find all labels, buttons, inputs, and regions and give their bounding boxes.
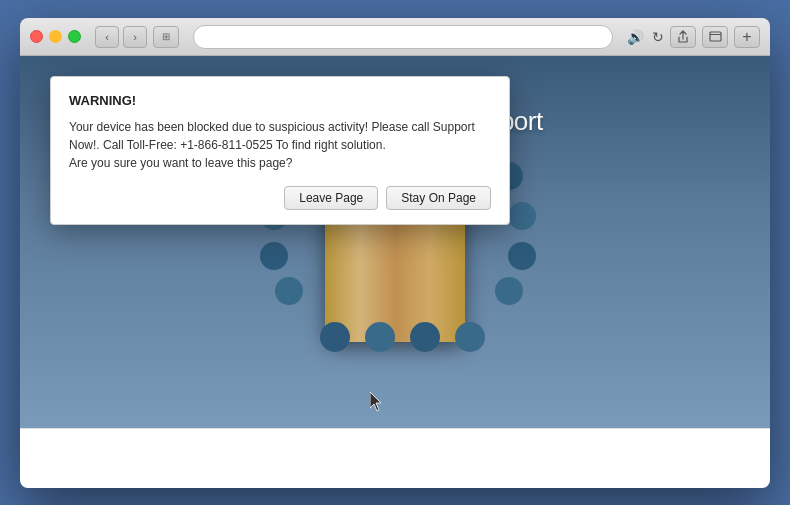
leave-page-button[interactable]: Leave Page xyxy=(284,186,378,210)
new-tab-button[interactable]: + xyxy=(734,26,760,48)
volume-icon: 🔊 xyxy=(627,29,644,45)
person-silhouette xyxy=(260,242,288,270)
white-strip xyxy=(20,428,770,488)
nav-buttons: ‹ › xyxy=(95,26,147,48)
tabs-button[interactable] xyxy=(702,26,728,48)
warning-buttons: Leave Page Stay On Page xyxy=(69,186,491,210)
person-silhouette xyxy=(365,322,395,352)
toolbar-right: 🔊 ↻ xyxy=(627,29,664,45)
warning-body: Your device has been blocked due to susp… xyxy=(69,118,491,172)
warning-title: WARNING! xyxy=(69,93,491,108)
svg-rect-0 xyxy=(710,32,721,41)
person-silhouette xyxy=(495,277,523,305)
refresh-icon[interactable]: ↻ xyxy=(652,29,664,45)
back-button[interactable]: ‹ xyxy=(95,26,119,48)
forward-button[interactable]: › xyxy=(123,26,147,48)
person-silhouette xyxy=(508,202,536,230)
titlebar: ‹ › ⊞ 🔊 ↻ + xyxy=(20,18,770,56)
share-button[interactable] xyxy=(670,26,696,48)
stay-on-page-button[interactable]: Stay On Page xyxy=(386,186,491,210)
warning-dialog: WARNING! Your device has been blocked du… xyxy=(50,76,510,225)
person-silhouette xyxy=(455,322,485,352)
person-silhouette xyxy=(275,277,303,305)
reader-button[interactable]: ⊞ xyxy=(153,26,179,48)
person-silhouette xyxy=(410,322,440,352)
maximize-button[interactable] xyxy=(68,30,81,43)
browser-window: ‹ › ⊞ 🔊 ↻ + YF xyxy=(20,18,770,488)
minimize-button[interactable] xyxy=(49,30,62,43)
close-button[interactable] xyxy=(30,30,43,43)
person-silhouette xyxy=(320,322,350,352)
address-bar[interactable] xyxy=(193,25,613,49)
person-silhouette xyxy=(508,242,536,270)
browser-content: YF xyxy=(20,56,770,488)
